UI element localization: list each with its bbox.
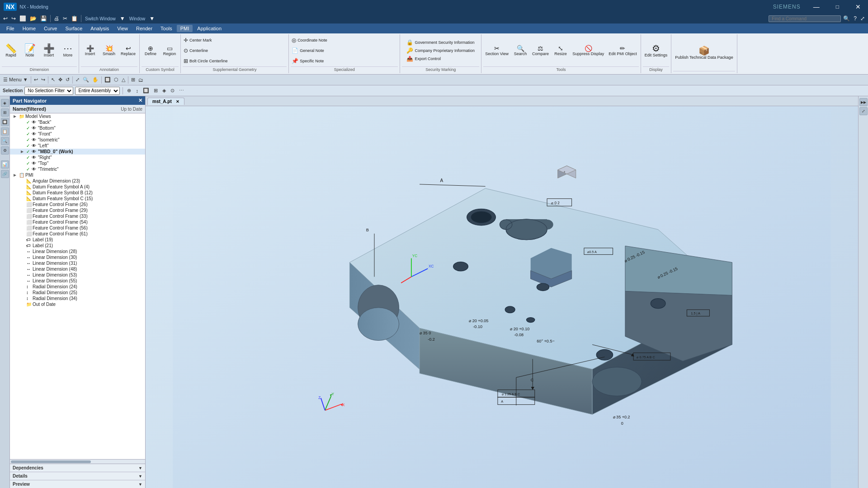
search-pmi-btn[interactable]: 🔍 Search: [511, 44, 529, 57]
rapid-dimension-btn[interactable]: 📏 Rapid: [2, 43, 20, 58]
preview-header[interactable]: Preview ▼: [10, 480, 145, 488]
ts-edge[interactable]: △: [120, 76, 127, 83]
dependencies-header[interactable]: Dependencies ▼: [10, 464, 145, 472]
sel-tool-2[interactable]: ↕: [134, 88, 140, 94]
tree-item-raddim-34[interactable]: ↕ Radial Dimension (34): [10, 296, 145, 301]
company-proprietary-btn[interactable]: 🔑 Company Proprietary Information: [406, 47, 476, 54]
sidebar-close-icon[interactable]: ✕: [138, 98, 142, 103]
tree-item-mbd0[interactable]: ▶ ✓ 👁 "MBD_0" (Work): [10, 149, 145, 155]
help-icon[interactable]: ?: [852, 15, 858, 22]
govt-security-btn[interactable]: 🔒 Government Security Information: [406, 39, 476, 46]
nav-sort-col[interactable]: Name(filtered): [13, 106, 46, 112]
tree-item-angular-dim[interactable]: 📐 Angular Dimension (23): [10, 178, 145, 184]
details-header[interactable]: Details ▼: [10, 472, 145, 480]
replace-btn[interactable]: ↩ Replace: [119, 44, 137, 57]
tree-item-pmi[interactable]: ▶ 📋 PMI: [10, 172, 145, 178]
tree-item-datum-a[interactable]: 📐 Datum Feature Symbol A (4): [10, 184, 145, 190]
menu-file[interactable]: File: [3, 25, 18, 32]
tree-item-lindim-28[interactable]: ↔ Linear Dimension (28): [10, 249, 145, 254]
canvas-tab-close-icon[interactable]: ✕: [176, 99, 179, 104]
general-note-btn[interactable]: 📄 General Note: [291, 47, 398, 54]
tree-item-label-19[interactable]: 🏷 Label (19): [10, 237, 145, 243]
sel-tool-5[interactable]: ◈: [161, 87, 167, 94]
expand-icon[interactable]: ⤢: [859, 15, 866, 22]
tree-item-isometric[interactable]: ✓ 👁 "Isometric": [10, 137, 145, 143]
window-btn[interactable]: Window: [127, 16, 147, 22]
no-selection-filter[interactable]: No Selection Filter: [24, 87, 73, 95]
define-btn[interactable]: ⊕ Define: [142, 44, 160, 57]
insert-annotation-btn[interactable]: ➕ Insert: [81, 44, 99, 57]
sel-tool-1[interactable]: ⊕: [126, 87, 132, 94]
ts-zoom[interactable]: 🔍: [81, 76, 90, 83]
export-control-btn[interactable]: 📤 Export Control: [406, 55, 476, 62]
leftbar-btn-3[interactable]: 🔲: [1, 118, 9, 126]
leftbar-btn-6[interactable]: ⚙: [1, 146, 9, 155]
tree-item-raddim-25[interactable]: ↕ Radial Dimension (25): [10, 290, 145, 296]
tree-item-datum-c[interactable]: 📐 Datum Feature Symbol C (15): [10, 196, 145, 202]
leftbar-btn-7[interactable]: 📊: [1, 160, 9, 169]
leftbar-btn-2[interactable]: ⊞: [1, 108, 9, 117]
search-input[interactable]: [769, 15, 841, 22]
ts-layer[interactable]: 🗂: [137, 77, 145, 83]
ts-orient[interactable]: ⊞: [130, 76, 137, 83]
ts-select[interactable]: ↖: [50, 76, 57, 83]
rightbar-btn-2[interactable]: ⤢: [859, 107, 868, 115]
save-btn[interactable]: 💾: [39, 15, 48, 22]
model-canvas[interactable]: A ⌀ 0 2 B ⌀0.5 A ⌀ 0.25 -0.15 ⌀ 0.25 -0.…: [146, 106, 858, 488]
menu-analysis[interactable]: Analysis: [87, 25, 113, 32]
leftbar-btn-5[interactable]: 🔍: [1, 137, 9, 145]
tree-item-label-21[interactable]: 🏷 Label (21): [10, 243, 145, 249]
section-view-btn[interactable]: ✂ Section View: [483, 44, 510, 57]
redo-btn[interactable]: ↪: [10, 15, 17, 22]
window-dropdown-icon[interactable]: ▼: [148, 15, 156, 22]
canvas-tab-mst[interactable]: mst_A.pt ✕: [147, 98, 184, 105]
entire-assembly-filter[interactable]: Entire Assembly: [75, 87, 120, 95]
menu-render[interactable]: Render: [132, 25, 156, 32]
cut-btn[interactable]: ✂: [61, 15, 69, 22]
coordinate-note-btn[interactable]: ◎ Coordinate Note: [291, 37, 398, 44]
switch-dropdown-icon[interactable]: ▼: [118, 15, 127, 22]
tree-item-fcf-33[interactable]: ⬜ Feature Control Frame (33): [10, 213, 145, 219]
menu-tools[interactable]: Tools: [157, 25, 176, 32]
print-btn[interactable]: 🖨: [52, 15, 61, 22]
tree-item-bottom[interactable]: ✓ 👁 "Bottom": [10, 125, 145, 131]
suppress-display-btn[interactable]: 🚫 Suppress Display: [571, 44, 606, 57]
undo-btn[interactable]: ↩: [2, 15, 9, 22]
ts-rotate[interactable]: ↺: [64, 76, 71, 83]
ts-fit[interactable]: ⤢: [74, 76, 81, 83]
specific-note-btn[interactable]: 📌 Specific Note: [291, 57, 398, 65]
center-mark-btn[interactable]: ✛ Center Mark: [183, 37, 287, 44]
rightbar-btn-1[interactable]: ▶▶: [859, 98, 868, 106]
smash-btn[interactable]: 💥 Smash: [100, 44, 118, 57]
tree-item-fcf-56[interactable]: ⬜ Feature Control Frame (56): [10, 225, 145, 231]
tree-item-front[interactable]: ✓ 👁 "Front": [10, 131, 145, 137]
ts-wire[interactable]: ⬡: [113, 76, 120, 83]
ts-pan[interactable]: ✋: [91, 76, 100, 83]
menu-pmi[interactable]: PMI: [177, 25, 193, 32]
menu-curve[interactable]: Curve: [40, 25, 61, 32]
menu-home[interactable]: Home: [19, 25, 39, 32]
open-btn[interactable]: 📂: [28, 15, 38, 22]
tree-item-lindim-55[interactable]: ↔ Linear Dimension (55): [10, 278, 145, 284]
publish-btn[interactable]: 📦 Publish Technical Data Package: [673, 45, 735, 61]
sel-tool-4[interactable]: ⊞: [152, 87, 159, 94]
sel-more[interactable]: ⋯: [178, 87, 185, 94]
more-dimension-btn[interactable]: ⋯ More: [59, 43, 77, 58]
menu-view[interactable]: View: [113, 25, 132, 32]
leftbar-btn-8[interactable]: 🔗: [1, 170, 9, 178]
centerline-btn[interactable]: ⊙ Centerline: [183, 47, 287, 54]
tree-scrollbar-h[interactable]: [10, 459, 145, 464]
switch-window-btn[interactable]: Switch Window: [83, 16, 118, 22]
ts-move[interactable]: ✥: [57, 76, 64, 83]
bolt-circle-btn[interactable]: ⊞ Bolt Circle Centerline: [183, 57, 287, 65]
leftbar-btn-1[interactable]: ◈: [1, 99, 9, 107]
maximize-btn[interactable]: □: [832, 3, 843, 11]
leftbar-btn-4[interactable]: 📋: [1, 127, 9, 136]
menu-application[interactable]: Application: [193, 25, 225, 32]
note-btn[interactable]: 📝 Note: [21, 43, 39, 58]
sel-tool-6[interactable]: ⊙: [169, 87, 176, 94]
tree-item-back[interactable]: ✓ 👁 "Back": [10, 119, 145, 125]
tree-item-datum-b[interactable]: 📐 Datum Feature Symbol B (12): [10, 190, 145, 196]
region-btn[interactable]: ▭ Region: [160, 44, 179, 57]
edit-settings-btn[interactable]: ⚙ Edit Settings: [643, 43, 670, 58]
